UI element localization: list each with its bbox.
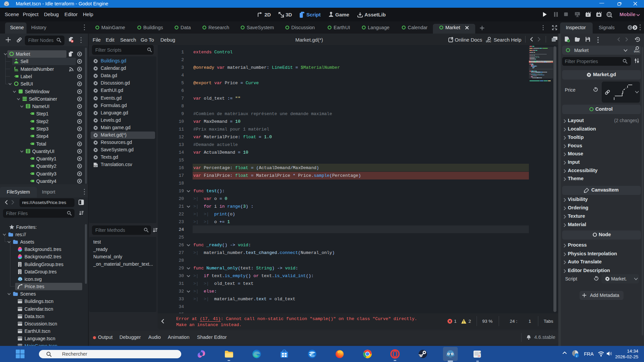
svg-text:DOC: DOC <box>486 40 491 43</box>
svg-text:TXT: TXT <box>94 165 98 167</box>
svg-text:DOC: DOC <box>634 50 640 53</box>
